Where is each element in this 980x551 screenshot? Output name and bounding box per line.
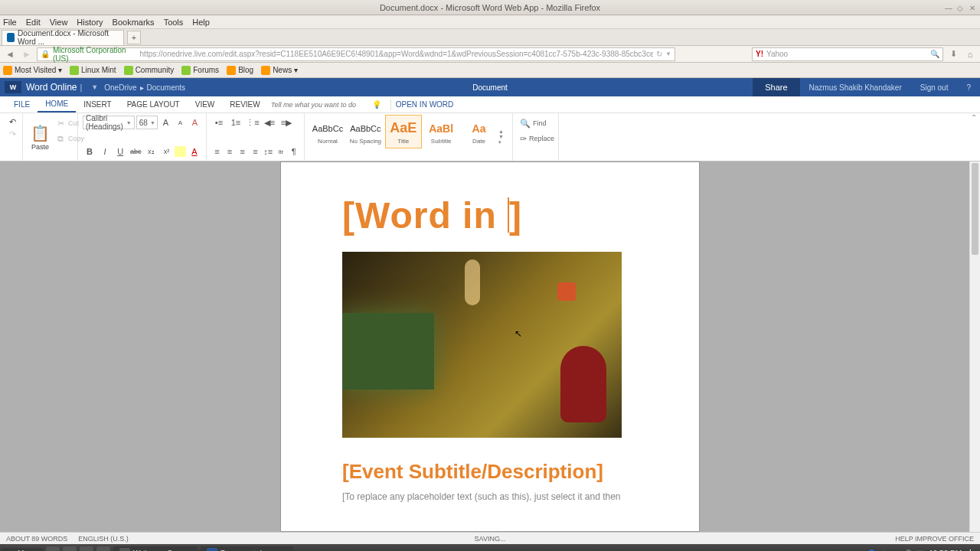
address-bar[interactable]: 🔒 Microsoft Corporation (US) https://one… [37, 47, 675, 61]
style-title[interactable]: AaETitle [385, 115, 422, 148]
style-date[interactable]: AaDate [461, 115, 498, 148]
document-subtitle[interactable]: [Event Subtitle/Description] [342, 459, 638, 485]
paragraph-marks-button[interactable]: ¶ [288, 145, 299, 158]
menu-tools[interactable]: Tools [164, 18, 184, 27]
scrollbar-thumb[interactable] [972, 163, 978, 255]
status-word-count[interactable]: ABOUT 89 WORDS [6, 535, 67, 543]
close-icon[interactable]: ✕ [969, 4, 977, 11]
vertical-scrollbar[interactable] [969, 161, 980, 532]
indent-inc-button[interactable]: ≡▶ [279, 116, 294, 129]
menu-help[interactable]: Help [192, 18, 210, 27]
align-left-button[interactable]: ≡ [211, 145, 223, 158]
menu-bookmarks[interactable]: Bookmarks [113, 18, 155, 27]
align-center-button[interactable]: ≡ [224, 145, 236, 158]
document-canvas[interactable]: [Word in ] [Event Subtitle/Description] … [0, 161, 980, 532]
subscript-button[interactable]: x₂ [144, 145, 158, 158]
share-button[interactable]: Share [753, 78, 799, 96]
bookmark-linux-mint[interactable]: Linux Mint [70, 66, 116, 75]
collapse-ribbon-icon[interactable]: ⌃ [971, 113, 977, 122]
chevron-down-icon[interactable]: ▼ [91, 83, 98, 91]
firefox-icon[interactable] [96, 546, 110, 551]
superscript-button[interactable]: x² [159, 145, 173, 158]
signout-link[interactable]: Sign out [911, 83, 958, 92]
taskbar-document[interactable]: Document.docx - ... [201, 546, 293, 551]
style-no-spacing[interactable]: AaBbCcNo Spacing [347, 115, 384, 148]
replace-button[interactable]: ✑Replace [520, 132, 551, 145]
terminal-icon[interactable] [80, 546, 93, 551]
dropdown-icon[interactable]: ▼ [665, 51, 671, 57]
minimize-icon[interactable]: — [945, 4, 952, 11]
bookmark-most-visited[interactable]: Most Visited ▾ [3, 66, 62, 75]
styles-down-icon[interactable]: ▼ [498, 134, 508, 139]
highlight-button[interactable] [175, 146, 185, 157]
text-direction-button[interactable]: ltr [276, 145, 287, 158]
font-size-combo[interactable]: 68▼ [136, 116, 158, 129]
document-page[interactable]: [Word in ] [Event Subtitle/Description] … [280, 161, 700, 532]
find-button[interactable]: 🔍Find [520, 116, 551, 130]
styles-up-icon[interactable]: ▲ [498, 129, 508, 134]
user-name[interactable]: Nazmus Shakib Khandaker [800, 83, 911, 92]
maximize-icon[interactable]: ◇ [957, 4, 965, 11]
strike-button[interactable]: abc [129, 145, 142, 158]
help-icon[interactable]: ? [957, 83, 980, 92]
bookmark-forums[interactable]: Forums [181, 66, 219, 75]
bold-button[interactable]: B [83, 145, 96, 158]
open-in-word-link[interactable]: OPEN IN WORD [396, 100, 454, 109]
menu-file[interactable]: File [3, 18, 17, 27]
clear-format-button[interactable]: A [188, 116, 201, 129]
document-name[interactable]: Document [472, 83, 508, 92]
reload-icon[interactable]: ↻ [656, 50, 662, 58]
font-color-button[interactable]: A [188, 145, 201, 158]
show-desktop-icon[interactable] [46, 546, 60, 551]
document-body-text[interactable]: [To replace any placeholder text (such a… [342, 491, 638, 502]
start-menu-button[interactable]: ◉Menu [2, 548, 43, 552]
multilevel-button[interactable]: ⋮≡ [245, 116, 260, 129]
forward-button[interactable]: ► [20, 49, 34, 60]
grow-font-button[interactable]: A [159, 116, 172, 129]
search-icon[interactable]: 🔍 [930, 50, 939, 58]
underline-button[interactable]: U [113, 145, 127, 158]
browser-tab[interactable]: Document.docx - Microsoft Word ... [2, 30, 124, 45]
breadcrumb-onedrive[interactable]: OneDrive [104, 83, 136, 92]
menu-view[interactable]: View [50, 18, 68, 27]
tab-view[interactable]: VIEW [188, 96, 223, 112]
bullets-button[interactable]: •≡ [211, 116, 227, 129]
document-title[interactable]: [Word in ] [342, 193, 638, 236]
tab-file[interactable]: FILE [6, 96, 38, 112]
tab-home[interactable]: HOME [38, 96, 76, 112]
bookmark-community[interactable]: Community [124, 66, 175, 75]
search-bar[interactable]: Y! Yahoo 🔍 [752, 47, 943, 61]
status-help-improve[interactable]: HELP IMPROVE OFFICE [895, 535, 974, 543]
tell-me-input[interactable] [268, 99, 368, 111]
status-language[interactable]: ENGLISH (U.S.) [78, 535, 129, 543]
tab-review[interactable]: REVIEW [222, 96, 267, 112]
menu-history[interactable]: History [77, 18, 103, 27]
menu-edit[interactable]: Edit [26, 18, 41, 27]
paste-button[interactable]: 📋 Paste [28, 115, 53, 159]
document-image[interactable] [342, 252, 622, 438]
style-normal[interactable]: AaBbCcNormal [309, 115, 346, 148]
style-subtitle[interactable]: AaBlSubtitle [423, 115, 459, 148]
redo-button[interactable]: ↷ [7, 129, 18, 139]
numbering-button[interactable]: 1≡ [228, 116, 243, 129]
new-tab-button[interactable]: + [127, 31, 141, 44]
back-button[interactable]: ◄ [3, 49, 17, 60]
justify-button[interactable]: ≡ [250, 145, 261, 158]
tab-page-layout[interactable]: PAGE LAYOUT [119, 96, 188, 112]
downloads-icon[interactable]: ⬇ [946, 49, 960, 59]
taskbar-welcome[interactable]: Welcome Screen [113, 546, 198, 551]
home-icon[interactable]: ⌂ [963, 50, 977, 59]
line-spacing-button[interactable]: ↕≡ [263, 145, 274, 158]
italic-button[interactable]: I [98, 145, 112, 158]
bookmark-news[interactable]: News ▾ [261, 66, 298, 75]
shrink-font-button[interactable]: A [174, 116, 187, 129]
files-icon[interactable] [63, 546, 77, 551]
breadcrumb-documents[interactable]: Documents [147, 83, 186, 92]
font-family-combo[interactable]: Calibri (Headings)▼ [83, 116, 135, 129]
tab-insert[interactable]: INSERT [76, 96, 119, 112]
bookmark-blog[interactable]: Blog [227, 66, 253, 75]
styles-more-icon[interactable]: ▾ [498, 139, 508, 145]
indent-dec-button[interactable]: ◀≡ [262, 116, 277, 129]
align-right-button[interactable]: ≡ [237, 145, 248, 158]
undo-button[interactable]: ↶ [7, 116, 18, 127]
